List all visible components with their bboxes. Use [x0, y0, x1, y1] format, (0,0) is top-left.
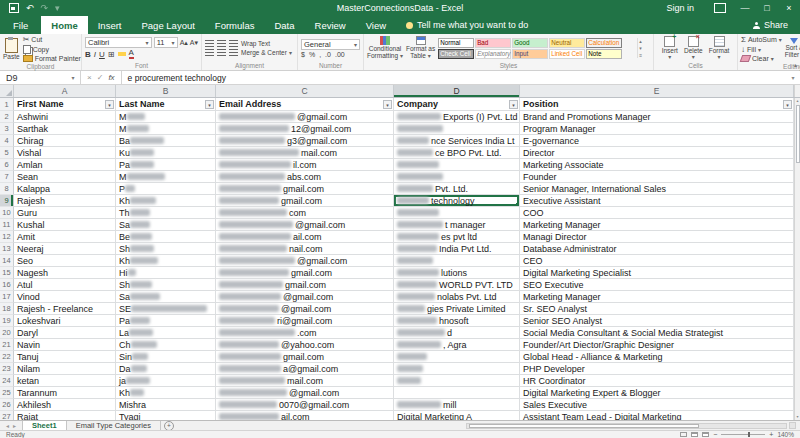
cell-first-name[interactable]: ketan [14, 375, 116, 387]
cell-position[interactable]: Global Head - Alliance & Marketing [520, 351, 794, 363]
cell-first-name[interactable]: Kalappa [14, 183, 116, 195]
cell-company[interactable]: WORLD PVT. LTD [394, 279, 520, 291]
cell-company[interactable] [394, 207, 520, 219]
name-box[interactable]: D9 [0, 71, 66, 84]
align-left-icon[interactable] [205, 49, 214, 57]
cell-position[interactable]: Director [520, 147, 794, 159]
cell-last-name[interactable]: SE [116, 303, 216, 315]
cell-email[interactable]: g3@gmail.com [216, 135, 394, 147]
style-neutral[interactable]: Neutral [549, 38, 585, 48]
row-number[interactable]: 9 [0, 195, 14, 207]
cell-first-name[interactable]: Vinod [14, 291, 116, 303]
scroll-down-icon[interactable]: ▾ [796, 414, 798, 420]
cell-position[interactable]: Marketing Manager [520, 219, 794, 231]
tab-view[interactable]: View [356, 16, 396, 34]
sheet-nav-left-icon[interactable]: ◂ [6, 422, 9, 429]
cell-email[interactable]: abs.com [216, 171, 394, 183]
tab-data[interactable]: Data [264, 16, 304, 34]
bold-button[interactable]: B [85, 50, 91, 59]
cell-company[interactable]: d [394, 327, 520, 339]
cell-position[interactable]: Brand and Promotions Manager [520, 111, 794, 123]
sort-filter-button[interactable]: Sort &Filter ▾ [785, 38, 800, 59]
tab-file[interactable]: File [0, 16, 41, 34]
cell-first-name[interactable]: Nilam [14, 363, 116, 375]
cell-position[interactable]: Sr. SEO Analyst [520, 303, 794, 315]
cell-email[interactable]: @gmail.com [216, 255, 394, 267]
cell-first-name[interactable]: Akhilesh [14, 399, 116, 411]
row-number[interactable]: 23 [0, 363, 14, 375]
cell-email[interactable]: gmail.com [216, 351, 394, 363]
cell-last-name[interactable]: Pa [116, 159, 216, 171]
number-button-[interactable]: % [309, 51, 315, 58]
cell-company[interactable] [394, 387, 520, 399]
row-number[interactable]: 7 [0, 171, 14, 183]
number-button-00[interactable]: .00 [335, 51, 345, 58]
borders-button[interactable]: ⊞ [108, 50, 115, 59]
column-header-B[interactable]: B [116, 85, 216, 97]
wrap-text-button[interactable]: Wrap Text [241, 40, 270, 47]
cell-company[interactable] [394, 351, 520, 363]
cell-position[interactable]: Marketing Associate [520, 159, 794, 171]
cell-email[interactable]: ri@gmail.com [216, 315, 394, 327]
filter-dropdown-icon[interactable]: ▾ [105, 100, 114, 109]
cell-first-name[interactable]: Sean [14, 171, 116, 183]
format-painter-button[interactable]: Format Painter [23, 55, 81, 62]
row-number[interactable]: 17 [0, 291, 14, 303]
fill-button[interactable]: ↓Fill▾ [741, 45, 782, 54]
cell-email[interactable]: @gmail.com [216, 219, 394, 231]
copy-button[interactable]: Copy [23, 45, 81, 54]
cell-last-name[interactable]: Ku [116, 147, 216, 159]
cell-last-name[interactable]: Kh [116, 255, 216, 267]
sheet-tab-email-type-categories[interactable]: Email Type Categories [67, 421, 161, 430]
vertical-scroll-thumb[interactable] [796, 105, 800, 163]
cell-position[interactable]: Digital Marketing Specialist [520, 267, 794, 279]
cell-email[interactable]: .com [216, 327, 394, 339]
cell-first-name[interactable]: Nagesh [14, 267, 116, 279]
cell-position[interactable]: PHP Developer [520, 363, 794, 375]
cell-company[interactable]: gies Private Limited [394, 303, 520, 315]
cell-company[interactable]: Pvt. Ltd. [394, 183, 520, 195]
cell-company[interactable] [394, 159, 520, 171]
row-number[interactable]: 5 [0, 147, 14, 159]
gallery-scroll[interactable]: ▴ ▾ ≡ [637, 38, 642, 58]
align-middle-icon[interactable] [217, 40, 226, 48]
zoom-slider-thumb[interactable] [748, 432, 750, 437]
row-number[interactable]: 2 [0, 111, 14, 123]
filter-dropdown-icon[interactable]: ▾ [783, 100, 792, 109]
cell-company[interactable]: es pvt ltd [394, 231, 520, 243]
filter-dropdown-icon[interactable]: ▾ [205, 100, 214, 109]
cell-position[interactable]: Social Media Consultant & Social Media S… [520, 327, 794, 339]
cell-last-name[interactable]: Sin [116, 351, 216, 363]
select-all-corner[interactable] [0, 85, 14, 97]
collapse-ribbon-icon[interactable]: ▴ [794, 61, 797, 68]
sheet-tab-sheet1[interactable]: Sheet1 [22, 421, 67, 430]
cell-last-name[interactable]: P [116, 183, 216, 195]
cell-first-name[interactable]: Rajesh - Freelance [14, 303, 116, 315]
cell-position[interactable]: Founder [520, 171, 794, 183]
formula-input[interactable]: e procurement technology [122, 73, 786, 83]
tab-page-layout[interactable]: Page Layout [131, 16, 204, 34]
tab-formulas[interactable]: Formulas [205, 16, 265, 34]
cell-email[interactable]: gmail.com [216, 279, 394, 291]
cell-position[interactable]: SEO Executive [520, 279, 794, 291]
cell-email[interactable]: ail.com [216, 411, 394, 420]
cell-last-name[interactable]: Mishra [116, 399, 216, 411]
row-number[interactable]: 26 [0, 399, 14, 411]
paste-button[interactable]: Paste [3, 38, 20, 60]
save-icon[interactable] [9, 3, 19, 13]
sheet-nav-right-icon[interactable]: ▸ [13, 422, 16, 429]
merge-center-button[interactable]: Merge & Center▾ [241, 49, 292, 56]
number-button-0[interactable]: .0 [325, 51, 331, 58]
ribbon-display-options-icon[interactable] [714, 3, 726, 13]
style-bad[interactable]: Bad [475, 38, 511, 48]
cell-first-name[interactable]: Rajat [14, 411, 116, 420]
enter-icon[interactable]: ✓ [97, 73, 104, 82]
cell-first-name[interactable]: Lokeshvari [14, 315, 116, 327]
cell-company[interactable]: hnosoft [394, 315, 520, 327]
cell-last-name[interactable]: Sa [116, 219, 216, 231]
undo-icon[interactable]: ↶ [26, 0, 34, 16]
cell-last-name[interactable]: Pa [116, 315, 216, 327]
style-good[interactable]: Good [512, 38, 548, 48]
cell-company[interactable] [394, 375, 520, 387]
font-color-button[interactable]: A [129, 49, 134, 59]
